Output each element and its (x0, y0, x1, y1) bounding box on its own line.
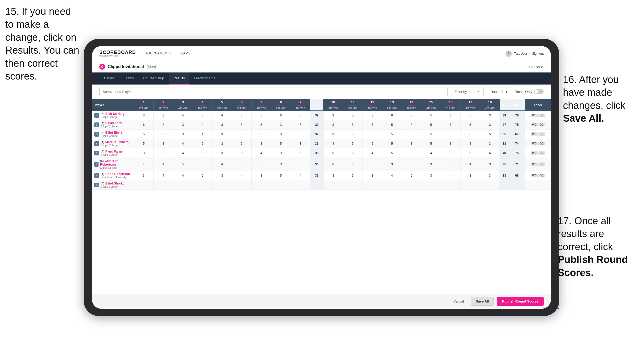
score-hole-17[interactable]: 6 (461, 130, 480, 139)
score-hole-9[interactable]: 3 (291, 139, 310, 148)
score-hole-2[interactable]: 3 (153, 120, 173, 130)
label-dq[interactable]: DQ (538, 114, 545, 117)
score-hole-15[interactable]: 4 (421, 148, 441, 158)
score-hole-18[interactable]: 3 (480, 111, 500, 120)
score-hole-18[interactable]: 3 (480, 158, 500, 171)
score-hole-8[interactable]: 3 (271, 120, 291, 130)
score-hole-7[interactable] (251, 180, 271, 190)
score-hole-4[interactable]: 5 (193, 148, 212, 158)
label-dq[interactable]: DQ (538, 123, 545, 126)
label-dq[interactable]: DQ (538, 142, 545, 145)
score-hole-16[interactable]: 4 (441, 171, 461, 180)
score-hole-5[interactable]: 3 (212, 148, 232, 158)
player-name[interactable]: (A)Elliot Short... (101, 182, 125, 185)
score-hole-3[interactable]: 4 (173, 171, 193, 180)
score-hole-7[interactable]: 6 (251, 120, 271, 130)
score-hole-12[interactable]: 4 (363, 148, 382, 158)
score-hole-17[interactable]: 5 (461, 120, 480, 130)
score-hole-15[interactable]: 5 (421, 111, 441, 120)
search-input[interactable] (99, 87, 448, 96)
score-hole-9[interactable]: 4 (291, 171, 310, 180)
score-hole-11[interactable]: 5 (343, 139, 363, 148)
label-wd[interactable]: WD (531, 142, 538, 145)
score-hole-7[interactable]: 4 (251, 148, 271, 158)
label-wd[interactable]: WD (531, 151, 538, 155)
score-hole-9[interactable]: 5 (291, 120, 310, 130)
score-hole-12[interactable]: 5 (363, 120, 382, 130)
score-hole-11[interactable]: 5 (343, 111, 363, 120)
score-hole-9[interactable]: 5 (291, 158, 310, 171)
score-hole-15[interactable]: 5 (421, 139, 441, 148)
label-dq[interactable]: DQ (538, 174, 545, 177)
score-hole-13[interactable] (382, 180, 402, 190)
score-hole-12[interactable]: 3 (363, 111, 382, 120)
label-wd[interactable]: WD (531, 114, 538, 117)
score-hole-11[interactable]: 5 (343, 130, 363, 139)
score-hole-3[interactable]: 4 (173, 139, 193, 148)
label-wd[interactable]: WD (531, 123, 538, 126)
player-name[interactable]: (A)Cameron Robertson... (100, 159, 133, 166)
score-hole-10[interactable]: 6 (323, 158, 343, 171)
score-hole-17[interactable] (461, 180, 480, 190)
score-hole-7[interactable]: 5 (251, 111, 271, 120)
sign-out-link[interactable]: Sign out (532, 52, 544, 55)
score-hole-4[interactable]: 3 (193, 158, 212, 171)
nav-tournaments[interactable]: TOURNAMENTS (145, 50, 171, 57)
score-hole-17[interactable]: 4 (461, 158, 480, 171)
score-hole-1[interactable]: 6 (134, 120, 154, 130)
score-hole-8[interactable] (271, 180, 291, 190)
score-hole-8[interactable]: 6 (271, 111, 291, 120)
score-hole-18[interactable] (480, 180, 500, 190)
label-wd[interactable]: WD (531, 132, 538, 136)
score-hole-16[interactable]: 3 (441, 148, 461, 158)
score-hole-8[interactable]: 3 (271, 158, 291, 171)
totals-only-toggle[interactable]: Totals Only (515, 89, 544, 94)
score-hole-2[interactable]: 4 (153, 158, 173, 171)
score-hole-4[interactable]: 5 (193, 171, 212, 180)
score-hole-18[interactable]: 6 (480, 148, 500, 158)
score-hole-5[interactable]: 4 (212, 158, 232, 171)
score-hole-15[interactable]: 5 (421, 120, 441, 130)
score-hole-6[interactable]: 5 (232, 120, 251, 130)
score-hole-10[interactable]: 3 (323, 171, 343, 180)
score-hole-14[interactable]: 5 (402, 171, 421, 180)
score-hole-3[interactable]: 5 (173, 111, 193, 120)
player-name[interactable]: (A)Chris Robertson (101, 172, 130, 176)
score-hole-6[interactable]: 3 (232, 158, 251, 171)
score-hole-13[interactable]: 5 (382, 148, 402, 158)
score-hole-10[interactable] (323, 180, 343, 190)
score-hole-6[interactable]: 4 (232, 171, 251, 180)
score-hole-8[interactable]: 5 (271, 139, 291, 148)
score-hole-2[interactable]: 3 (153, 111, 173, 120)
score-hole-13[interactable]: 6 (382, 111, 402, 120)
score-hole-14[interactable]: 3 (402, 148, 421, 158)
score-hole-13[interactable]: 4 (382, 171, 402, 180)
score-hole-18[interactable]: 5 (480, 130, 500, 139)
player-name[interactable]: (A)David Ford (101, 121, 122, 125)
score-hole-18[interactable]: 3 (480, 139, 500, 148)
score-hole-16[interactable]: 6 (441, 120, 461, 130)
cancel-x-button[interactable]: Cancel ✕ (529, 65, 544, 69)
score-hole-17[interactable]: 5 (461, 148, 480, 158)
score-hole-7[interactable]: 5 (251, 130, 271, 139)
score-hole-13[interactable]: 5 (382, 120, 402, 130)
score-hole-18[interactable]: 3 (480, 120, 500, 130)
score-hole-4[interactable] (193, 180, 212, 190)
score-hole-18[interactable]: 3 (480, 171, 500, 180)
score-hole-16[interactable]: 3 (441, 139, 461, 148)
score-hole-10[interactable]: 3 (323, 111, 343, 120)
score-hole-1[interactable]: 3 (134, 111, 154, 120)
player-name[interactable]: (A)Blair McHarg (101, 112, 125, 116)
score-hole-14[interactable]: 3 (402, 120, 421, 130)
filter-by-team-button[interactable]: Filter by team ▼ (451, 87, 484, 96)
score-hole-7[interactable]: 3 (251, 171, 271, 180)
score-hole-8[interactable]: 3 (271, 148, 291, 158)
score-hole-12[interactable]: 5 (363, 158, 382, 171)
score-hole-5[interactable]: 4 (212, 111, 232, 120)
score-hole-10[interactable]: 3 (323, 120, 343, 130)
score-hole-6[interactable] (232, 180, 251, 190)
score-hole-16[interactable]: 3 (441, 130, 461, 139)
score-hole-12[interactable]: 5 (363, 139, 382, 148)
label-dq[interactable]: DQ (538, 151, 545, 155)
score-hole-3[interactable] (173, 180, 193, 190)
